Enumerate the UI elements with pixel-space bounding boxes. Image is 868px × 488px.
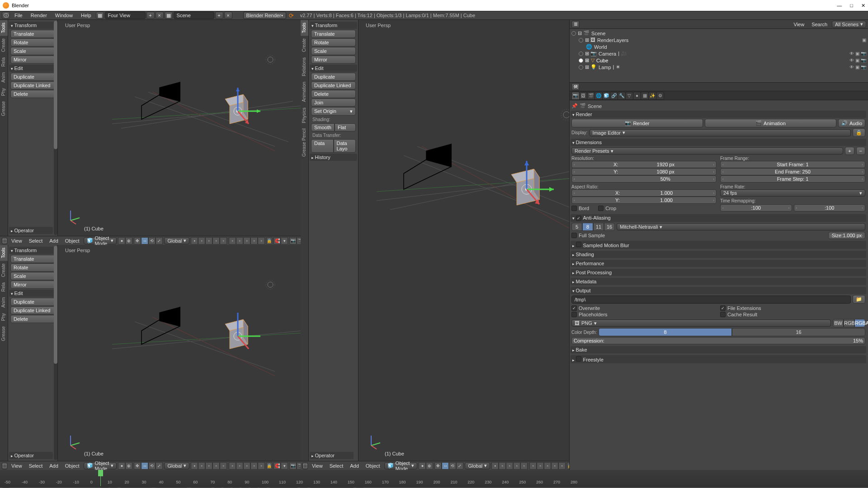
panel-history-m[interactable]: History — [310, 154, 357, 161]
output-path[interactable] — [571, 296, 851, 304]
dup-linked-m[interactable]: Duplicate Linked — [311, 81, 356, 89]
panel-operator-m[interactable]: Operator — [310, 452, 354, 459]
layout-remove-icon[interactable]: × — [156, 12, 164, 19]
vh-object-m[interactable]: Object — [363, 463, 383, 469]
scene-add-icon[interactable]: + — [215, 12, 223, 19]
panel-operator-bl[interactable]: Operator — [9, 452, 53, 459]
lock-camera-icon[interactable]: 🔒 — [266, 237, 272, 244]
viewport-top-left[interactable]: User Persp — [58, 20, 301, 236]
manip-rotate-icon[interactable]: ⟲ — [148, 237, 156, 244]
viewport-middle[interactable]: User Persp (1) Cube — [359, 20, 569, 461]
end-frame[interactable]: ‹End Frame: 250› — [720, 168, 865, 175]
ptab-modifiers[interactable]: 🔧 — [618, 92, 626, 100]
sec-dimensions[interactable]: Dimensions — [571, 139, 866, 146]
orientation-m[interactable]: Global▾ — [465, 462, 490, 469]
out-cube[interactable]: ⊞ ▽ Cube👁 ▣ 📷 — [571, 57, 866, 64]
panel-transform[interactable]: Transform — [9, 22, 57, 29]
orientation-dropdown[interactable]: Global▾ — [164, 237, 189, 244]
sec-metadata[interactable]: Metadata — [571, 278, 866, 285]
panel-edit-bl[interactable]: Edit — [9, 290, 57, 297]
outliner-search[interactable]: Search — [809, 22, 830, 27]
duplicate-linked-bl[interactable]: Duplicate Linked — [10, 306, 55, 314]
audio-button[interactable]: 🔊 Audio — [838, 119, 865, 127]
outliner-editor-icon[interactable]: ≣ — [571, 21, 580, 28]
border-check[interactable] — [571, 206, 577, 211]
join-m[interactable]: Join — [311, 99, 356, 107]
aspect-x[interactable]: ‹X:1.000› — [571, 189, 717, 197]
preset-add[interactable]: + — [845, 147, 854, 155]
overwrite-check[interactable] — [571, 305, 577, 311]
preset-remove[interactable]: − — [856, 147, 865, 155]
layout-add-icon[interactable]: + — [146, 12, 155, 19]
data-m[interactable]: Data — [311, 139, 334, 153]
out-scene[interactable]: ⊟ 🎬 Scene — [571, 30, 866, 37]
start-frame[interactable]: ‹Start Frame: 1› — [720, 161, 865, 168]
sec-postproc[interactable]: Post Processing — [571, 269, 866, 276]
ptab-constraints[interactable]: 🔗 — [610, 92, 618, 100]
sec-freestyle[interactable]: Freestyle — [571, 355, 866, 363]
vh-view-m[interactable]: View — [309, 463, 326, 469]
snap-icon[interactable]: 🧲 — [274, 237, 281, 244]
sec-aa[interactable]: Anti-Aliasing — [571, 214, 866, 222]
aa-samples[interactable]: 5 8 11 16 — [571, 223, 615, 231]
vh-object[interactable]: Object — [62, 238, 82, 244]
out-renderlayers[interactable]: ⊞ 🖼 RenderLayers▣ — [571, 37, 866, 43]
maximize-button[interactable]: □ — [850, 3, 853, 8]
vh-select[interactable]: Select — [26, 238, 46, 244]
compression-field[interactable]: Compression:15% — [571, 337, 865, 344]
smooth-m[interactable]: Smooth — [311, 123, 335, 131]
vh-object-bl[interactable]: Object — [62, 463, 82, 469]
placeholders-check[interactable] — [571, 312, 577, 317]
vh-select-bl[interactable]: Select — [26, 463, 46, 469]
rotate-button[interactable]: Rotate — [10, 38, 55, 47]
editor-type-icon[interactable]: ⓘ — [2, 12, 10, 19]
duplicate-m[interactable]: Duplicate — [311, 73, 356, 81]
display-lock-icon[interactable]: 🔒 — [853, 128, 865, 137]
remap-old[interactable]: ‹:100› — [720, 204, 792, 211]
ptab-renderlayers[interactable]: 🖼 — [579, 92, 587, 100]
vtab-anim[interactable]: Anim — [0, 70, 8, 85]
ptab-scene[interactable]: 🎬 — [587, 92, 595, 100]
outliner-tree[interactable]: ⊟ 🎬 Scene ⊞ 🖼 RenderLayers▣ 🌐 World ⊞ 📷 … — [570, 29, 868, 82]
duplicate-linked-button[interactable]: Duplicate Linked — [10, 81, 55, 89]
scrollbar-bl[interactable] — [54, 246, 57, 460]
ptab-render[interactable]: 📷 — [571, 92, 580, 100]
layers-bl[interactable]: ▪▫▫▫▫▫▫▫▫▫ — [191, 462, 265, 469]
vtab-rela[interactable]: Rela — [0, 55, 8, 70]
aa-check[interactable] — [576, 216, 581, 221]
scene-field[interactable]: Scene — [174, 12, 214, 19]
aa-filter[interactable]: Mitchell-Netravali▾ — [617, 223, 865, 230]
delete-m[interactable]: Delete — [311, 90, 356, 98]
duplicate-button[interactable]: Duplicate — [10, 73, 55, 81]
mode-dropdown[interactable]: 🧊Object Mode▾ — [84, 237, 117, 244]
manip-toggle[interactable]: ✥ — [134, 237, 141, 244]
vh-select-m[interactable]: Select — [327, 463, 346, 469]
ptab-data[interactable]: ▽ — [625, 92, 633, 100]
translate-m[interactable]: Translate — [311, 30, 356, 38]
res-x-field[interactable]: ‹X:1920 px› — [571, 161, 717, 168]
vtab-phy[interactable]: Phy — [0, 85, 8, 99]
sec-performance[interactable]: Performance — [571, 260, 866, 267]
out-world[interactable]: 🌐 World — [571, 43, 866, 50]
delete-button-bl[interactable]: Delete — [10, 315, 55, 323]
translate-button[interactable]: Translate — [10, 30, 55, 38]
ptab-world[interactable]: 🌐 — [594, 92, 603, 100]
ptab-texture[interactable]: ▦ — [641, 92, 649, 100]
vh-add[interactable]: Add — [47, 238, 61, 244]
sec-shading[interactable]: Shading — [571, 251, 866, 258]
manip-scale-icon[interactable]: ⤢ — [156, 237, 163, 244]
render-preview-icon[interactable]: 📷 — [289, 237, 297, 244]
viewport-bottom-left[interactable]: User Persp (1) Cube — [58, 245, 301, 461]
folder-icon[interactable]: 📁 — [853, 295, 865, 304]
editor-type-m[interactable]: ⬚ — [302, 462, 308, 469]
vh-add-bl[interactable]: Add — [47, 463, 61, 469]
animation-button[interactable]: 🎬 Animation — [705, 119, 836, 127]
mirror-button[interactable]: Mirror — [10, 56, 55, 64]
fps-dropdown[interactable]: 24 fps▾ — [720, 189, 865, 197]
menu-file[interactable]: File — [11, 13, 26, 18]
color-mode[interactable]: BW RGB RGBA — [833, 319, 865, 327]
sec-output[interactable]: Output — [571, 287, 866, 294]
set-origin-m[interactable]: Set Origin▾ — [311, 107, 356, 116]
mode-dropdown-bl[interactable]: 🧊Object Mode▾ — [84, 462, 117, 469]
snap-type-icon[interactable]: ▾ — [281, 237, 288, 244]
